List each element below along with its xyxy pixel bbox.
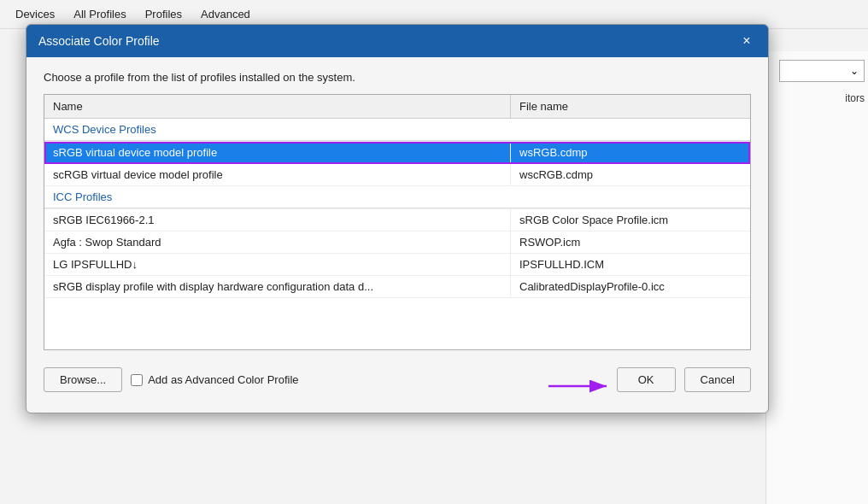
advanced-color-checkbox[interactable]: [131, 374, 143, 386]
menu-advanced[interactable]: Advanced: [194, 5, 257, 23]
menu-profiles[interactable]: Profiles: [138, 5, 189, 23]
row-filename: wscRGB.cdmp: [511, 164, 750, 185]
dialog-body: Choose a profile from the list of profil…: [26, 57, 768, 413]
dialog-titlebar: Associate Color Profile ×: [26, 25, 768, 57]
icc-category: ICC Profiles: [44, 186, 750, 209]
menu-all-profiles[interactable]: All Profiles: [67, 5, 132, 23]
row-filename: CalibratedDisplayProfile-0.icc: [511, 276, 750, 297]
ok-arrow-icon: [548, 373, 617, 399]
row-name: sRGB IEC61966-2.1: [44, 209, 511, 231]
menu-devices[interactable]: Devices: [9, 5, 62, 23]
row-filename: sRGB Color Space Profile.icm: [511, 209, 750, 231]
wcs-category-label: WCS Device Profiles: [44, 119, 750, 141]
row-name: Agfa : Swop Standard: [44, 231, 511, 253]
ok-button[interactable]: OK: [617, 367, 676, 392]
wcs-category: WCS Device Profiles: [44, 119, 750, 142]
row-filename: RSWOP.icm: [511, 231, 750, 253]
cancel-button[interactable]: Cancel: [684, 367, 751, 392]
dialog-footer: Browse... Add as Advanced Color Profile …: [44, 364, 751, 399]
dialog-close-button[interactable]: ×: [737, 32, 756, 50]
table-row[interactable]: Agfa : Swop Standard RSWOP.icm: [44, 231, 750, 254]
row-filename: wsRGB.cdmp: [511, 142, 750, 163]
advanced-color-checkbox-label[interactable]: Add as Advanced Color Profile: [131, 373, 600, 386]
row-name: scRGB virtual device model profile: [44, 164, 511, 185]
table-row[interactable]: sRGB virtual device model profile wsRGB.…: [44, 142, 750, 164]
profile-table: Name File name WCS Device Profiles sRGB …: [44, 94, 751, 350]
row-filename: IPSFULLHD.ICM: [511, 254, 750, 275]
table-row[interactable]: LG IPSFULLHD↓ IPSFULLHD.ICM: [44, 254, 750, 276]
associate-color-profile-dialog: Associate Color Profile × Choose a profi…: [26, 24, 769, 413]
browse-button[interactable]: Browse...: [44, 367, 122, 392]
row-name: LG IPSFULLHD↓: [44, 254, 511, 275]
row-name: sRGB virtual device model profile: [44, 142, 511, 163]
col-filename-header: File name: [511, 95, 750, 118]
bg-right-panel: ⌄ itors: [765, 51, 868, 504]
advanced-color-label: Add as Advanced Color Profile: [148, 373, 298, 386]
table-row[interactable]: sRGB IEC61966-2.1 sRGB Color Space Profi…: [44, 209, 750, 231]
row-name: sRGB display profile with display hardwa…: [44, 276, 511, 297]
bg-label: itors: [845, 89, 865, 108]
dialog-instruction: Choose a profile from the list of profil…: [44, 71, 751, 84]
icc-category-label: ICC Profiles: [44, 186, 750, 208]
table-row[interactable]: sRGB display profile with display hardwa…: [44, 276, 750, 298]
col-name-header: Name: [44, 95, 511, 118]
table-header: Name File name: [44, 95, 750, 119]
bg-dropdown[interactable]: ⌄: [779, 60, 865, 82]
dialog-title: Associate Color Profile: [38, 34, 160, 48]
table-row[interactable]: scRGB virtual device model profile wscRG…: [44, 164, 750, 186]
